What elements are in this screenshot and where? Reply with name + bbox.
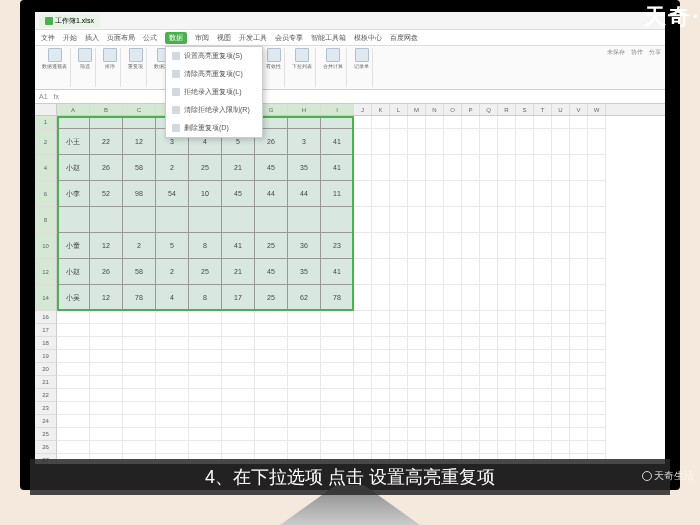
cell[interactable] bbox=[444, 155, 462, 181]
cell[interactable] bbox=[534, 116, 552, 129]
cell[interactable] bbox=[354, 311, 372, 324]
cell[interactable] bbox=[570, 311, 588, 324]
cell[interactable] bbox=[123, 441, 156, 454]
cell[interactable] bbox=[462, 259, 480, 285]
row-header[interactable]: 4 bbox=[35, 155, 57, 181]
cell[interactable] bbox=[255, 441, 288, 454]
cell[interactable] bbox=[480, 181, 498, 207]
cell[interactable] bbox=[534, 350, 552, 363]
cell[interactable] bbox=[570, 285, 588, 311]
cell[interactable]: 36 bbox=[288, 233, 321, 259]
cell[interactable] bbox=[534, 415, 552, 428]
cell[interactable]: 25 bbox=[189, 259, 222, 285]
cell[interactable] bbox=[570, 402, 588, 415]
cell[interactable] bbox=[372, 389, 390, 402]
cell[interactable] bbox=[516, 116, 534, 129]
col-header[interactable]: B bbox=[90, 104, 123, 115]
cell[interactable] bbox=[156, 207, 189, 233]
row-header[interactable]: 16 bbox=[35, 311, 57, 324]
cell[interactable] bbox=[462, 337, 480, 350]
cell[interactable]: 8 bbox=[189, 233, 222, 259]
cell[interactable]: 52 bbox=[90, 181, 123, 207]
cell[interactable] bbox=[588, 207, 606, 233]
tool-group-1[interactable]: 筛选 bbox=[75, 48, 96, 87]
tool-group-9[interactable]: 下拉列表 bbox=[289, 48, 316, 87]
cell[interactable] bbox=[462, 363, 480, 376]
cell[interactable] bbox=[552, 337, 570, 350]
row-header[interactable]: 21 bbox=[35, 376, 57, 389]
col-header[interactable]: N bbox=[426, 104, 444, 115]
cell[interactable] bbox=[588, 285, 606, 311]
cell[interactable]: 78 bbox=[321, 285, 354, 311]
cell[interactable] bbox=[372, 363, 390, 376]
cell[interactable]: 54 bbox=[156, 181, 189, 207]
cell[interactable] bbox=[354, 428, 372, 441]
cell[interactable] bbox=[534, 129, 552, 155]
fx-icon[interactable]: fx bbox=[54, 93, 59, 100]
cell[interactable]: 41 bbox=[321, 129, 354, 155]
cell[interactable]: 4 bbox=[156, 285, 189, 311]
cell[interactable] bbox=[552, 181, 570, 207]
cell[interactable] bbox=[354, 337, 372, 350]
row-header[interactable]: 25 bbox=[35, 428, 57, 441]
cell[interactable] bbox=[90, 337, 123, 350]
menu-10[interactable]: 智能工具箱 bbox=[311, 33, 346, 43]
cell[interactable] bbox=[480, 311, 498, 324]
cell[interactable] bbox=[498, 441, 516, 454]
cell[interactable] bbox=[516, 337, 534, 350]
cell[interactable] bbox=[372, 259, 390, 285]
cell[interactable] bbox=[123, 116, 156, 129]
cell[interactable] bbox=[255, 389, 288, 402]
cell[interactable]: 小童 bbox=[57, 233, 90, 259]
cell[interactable] bbox=[354, 259, 372, 285]
cell[interactable] bbox=[390, 363, 408, 376]
cell[interactable] bbox=[321, 415, 354, 428]
col-header[interactable]: R bbox=[498, 104, 516, 115]
cell[interactable] bbox=[426, 350, 444, 363]
cell[interactable] bbox=[462, 324, 480, 337]
cell[interactable]: 小吴 bbox=[57, 285, 90, 311]
cell[interactable] bbox=[156, 376, 189, 389]
cell[interactable] bbox=[426, 337, 444, 350]
cell[interactable]: 58 bbox=[123, 259, 156, 285]
cell[interactable] bbox=[444, 428, 462, 441]
cell[interactable] bbox=[408, 155, 426, 181]
cell[interactable] bbox=[321, 116, 354, 129]
cell[interactable] bbox=[552, 116, 570, 129]
cell[interactable] bbox=[222, 389, 255, 402]
cell[interactable] bbox=[480, 389, 498, 402]
cell[interactable]: 78 bbox=[123, 285, 156, 311]
cell[interactable] bbox=[570, 363, 588, 376]
cell[interactable] bbox=[408, 233, 426, 259]
cell[interactable] bbox=[444, 337, 462, 350]
cell[interactable] bbox=[57, 441, 90, 454]
cell[interactable] bbox=[408, 324, 426, 337]
cell[interactable] bbox=[372, 155, 390, 181]
cell[interactable] bbox=[57, 324, 90, 337]
cell[interactable] bbox=[255, 207, 288, 233]
cell[interactable] bbox=[408, 311, 426, 324]
cell[interactable] bbox=[534, 259, 552, 285]
row-header[interactable]: 6 bbox=[35, 181, 57, 207]
cell[interactable] bbox=[534, 324, 552, 337]
cell[interactable] bbox=[408, 415, 426, 428]
row-header[interactable]: 8 bbox=[35, 207, 57, 233]
cell[interactable] bbox=[588, 428, 606, 441]
cell[interactable] bbox=[123, 311, 156, 324]
cell[interactable] bbox=[444, 259, 462, 285]
cell[interactable] bbox=[480, 207, 498, 233]
dropdown-item-2[interactable]: 拒绝录入重复项(L) bbox=[166, 83, 262, 101]
cell[interactable] bbox=[588, 311, 606, 324]
cell[interactable] bbox=[90, 389, 123, 402]
cell[interactable] bbox=[480, 233, 498, 259]
cell[interactable] bbox=[516, 324, 534, 337]
cell[interactable] bbox=[390, 402, 408, 415]
cell[interactable] bbox=[516, 259, 534, 285]
cell[interactable] bbox=[189, 402, 222, 415]
cell[interactable] bbox=[123, 324, 156, 337]
cell[interactable] bbox=[90, 363, 123, 376]
cell[interactable] bbox=[321, 402, 354, 415]
cell[interactable] bbox=[354, 233, 372, 259]
cell[interactable] bbox=[570, 428, 588, 441]
cell[interactable] bbox=[288, 207, 321, 233]
